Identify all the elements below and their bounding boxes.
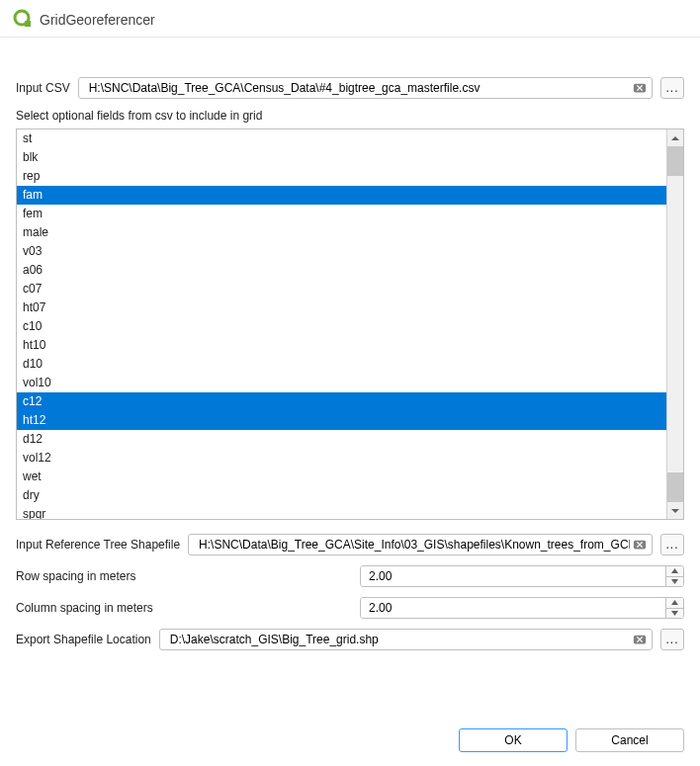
spin-buttons <box>665 566 683 586</box>
grid-georeferencer-window: GridGeoreferencer Input CSV ... Select o… <box>0 0 700 766</box>
scroll-up-button[interactable] <box>667 129 683 146</box>
input-csv-label: Input CSV <box>16 81 70 95</box>
spin-up-button[interactable] <box>666 598 683 609</box>
button-bar: OK Cancel <box>0 719 700 766</box>
reference-shapefile-field[interactable] <box>188 534 653 555</box>
input-csv-input[interactable] <box>87 80 632 96</box>
clear-icon[interactable] <box>632 80 648 96</box>
browse-csv-button[interactable]: ... <box>660 77 684 99</box>
scroll-down-button[interactable] <box>667 502 683 519</box>
export-location-label: Export Shapefile Location <box>16 633 151 646</box>
spin-down-button[interactable] <box>666 609 683 619</box>
reference-shapefile-input[interactable] <box>197 537 632 553</box>
list-item[interactable]: a06 <box>17 261 666 280</box>
scroll-thumb[interactable] <box>667 146 683 176</box>
ellipsis-icon: ... <box>665 538 678 552</box>
list-item[interactable]: ht07 <box>17 298 666 317</box>
list-item[interactable]: d12 <box>17 430 666 449</box>
spin-down-button[interactable] <box>666 577 683 587</box>
list-item[interactable]: vol12 <box>17 449 666 468</box>
reference-shapefile-row: Input Reference Tree Shapefile ... <box>16 534 684 555</box>
ellipsis-icon: ... <box>665 81 678 95</box>
spin-buttons <box>665 598 683 618</box>
row-spacing-spinbox[interactable] <box>360 565 684 587</box>
row-spacing-row: Row spacing in meters <box>16 565 684 587</box>
export-location-row: Export Shapefile Location ... <box>16 629 684 650</box>
cancel-button[interactable]: Cancel <box>575 728 684 752</box>
list-item[interactable]: male <box>17 223 666 242</box>
column-spacing-spinbox[interactable] <box>360 597 684 619</box>
scroll-thumb[interactable] <box>667 472 683 502</box>
ellipsis-icon: ... <box>665 633 678 646</box>
browse-reference-button[interactable]: ... <box>660 534 684 555</box>
list-item[interactable]: fem <box>17 205 666 223</box>
column-spacing-row: Column spacing in meters <box>16 597 684 619</box>
qgis-logo-icon <box>12 8 32 31</box>
list-item[interactable]: c10 <box>17 317 666 336</box>
clear-icon[interactable] <box>632 537 648 553</box>
list-item[interactable]: spgr <box>17 505 666 519</box>
clear-icon[interactable] <box>632 632 648 647</box>
list-item[interactable]: v03 <box>17 242 666 261</box>
list-item[interactable]: rep <box>17 167 666 186</box>
list-item[interactable]: ht12 <box>17 411 666 430</box>
browse-export-button[interactable]: ... <box>660 629 684 650</box>
list-item[interactable]: st <box>17 129 666 148</box>
row-spacing-label: Row spacing in meters <box>16 569 352 583</box>
list-item[interactable]: c07 <box>17 280 666 298</box>
scrollbar[interactable] <box>666 129 683 519</box>
window-title: GridGeoreferencer <box>40 12 155 28</box>
list-item[interactable]: ht10 <box>17 336 666 355</box>
column-spacing-label: Column spacing in meters <box>16 601 352 615</box>
reference-shapefile-label: Input Reference Tree Shapefile <box>16 538 180 552</box>
list-item[interactable]: d10 <box>17 355 666 374</box>
list-item[interactable]: wet <box>17 468 666 486</box>
field-select-label: Select optional fields from csv to inclu… <box>16 109 684 123</box>
field-listbox[interactable]: stblkrepfamfemmalev03a06c07ht07c10ht10d1… <box>16 128 684 520</box>
scroll-track[interactable] <box>667 146 683 502</box>
list-item[interactable]: fam <box>17 186 666 205</box>
export-location-field[interactable] <box>159 629 653 650</box>
input-csv-field[interactable] <box>78 77 653 99</box>
field-listbox-items[interactable]: stblkrepfamfemmalev03a06c07ht07c10ht10d1… <box>17 129 666 519</box>
ok-button[interactable]: OK <box>459 728 568 752</box>
svg-rect-1 <box>25 21 31 27</box>
column-spacing-input[interactable] <box>361 598 665 618</box>
dialog-content: Input CSV ... Select optional fields fro… <box>0 38 700 719</box>
row-spacing-input[interactable] <box>361 566 665 586</box>
list-item[interactable]: vol10 <box>17 374 666 392</box>
titlebar: GridGeoreferencer <box>0 0 700 38</box>
list-item[interactable]: dry <box>17 486 666 505</box>
spin-up-button[interactable] <box>666 566 683 577</box>
list-item[interactable]: c12 <box>17 392 666 411</box>
input-csv-row: Input CSV ... <box>16 77 684 99</box>
export-location-input[interactable] <box>168 632 632 647</box>
list-item[interactable]: blk <box>17 148 666 167</box>
